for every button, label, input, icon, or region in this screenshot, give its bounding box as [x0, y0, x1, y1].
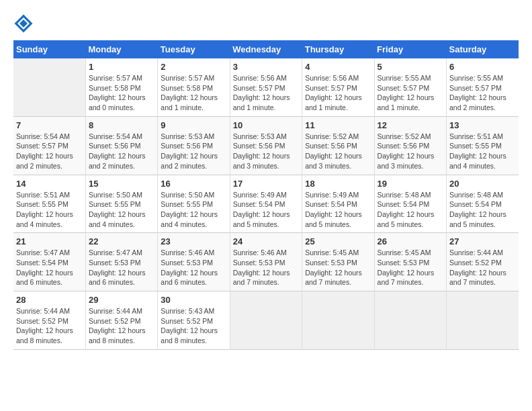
logo-icon	[13, 13, 34, 34]
calendar-cell: 7Sunrise: 5:54 AMSunset: 5:57 PMDaylight…	[13, 116, 85, 175]
calendar-cell	[230, 291, 302, 350]
calendar-week-3: 14Sunrise: 5:51 AMSunset: 5:55 PMDayligh…	[13, 175, 519, 233]
day-number: 15	[89, 179, 154, 189]
day-info: Sunrise: 5:47 AMSunset: 5:53 PMDaylight:…	[89, 248, 154, 287]
calendar-cell: 15Sunrise: 5:50 AMSunset: 5:55 PMDayligh…	[85, 175, 157, 233]
day-number: 9	[161, 120, 226, 130]
calendar-cell: 12Sunrise: 5:52 AMSunset: 5:56 PMDayligh…	[374, 116, 446, 175]
day-info: Sunrise: 5:45 AMSunset: 5:53 PMDaylight:…	[378, 248, 443, 287]
day-number: 24	[233, 236, 299, 246]
day-number: 6	[449, 62, 516, 72]
day-info: Sunrise: 5:48 AMSunset: 5:54 PMDaylight:…	[449, 190, 516, 230]
day-header-saturday: Saturday	[447, 40, 519, 58]
calendar-cell: 6Sunrise: 5:55 AMSunset: 5:57 PMDaylight…	[447, 58, 519, 116]
calendar-cell: 26Sunrise: 5:45 AMSunset: 5:53 PMDayligh…	[374, 233, 446, 291]
calendar-cell	[302, 291, 374, 350]
calendar-cell	[13, 58, 85, 116]
day-info: Sunrise: 5:47 AMSunset: 5:54 PMDaylight:…	[16, 248, 83, 287]
calendar-cell: 20Sunrise: 5:48 AMSunset: 5:54 PMDayligh…	[447, 175, 519, 233]
calendar-cell: 13Sunrise: 5:51 AMSunset: 5:55 PMDayligh…	[447, 116, 519, 175]
day-info: Sunrise: 5:46 AMSunset: 5:53 PMDaylight:…	[161, 248, 226, 287]
day-info: Sunrise: 5:49 AMSunset: 5:54 PMDaylight:…	[305, 190, 371, 230]
calendar-header-row: SundayMondayTuesdayWednesdayThursdayFrid…	[13, 40, 519, 58]
calendar-week-1: 1Sunrise: 5:57 AMSunset: 5:58 PMDaylight…	[13, 58, 519, 116]
calendar-week-2: 7Sunrise: 5:54 AMSunset: 5:57 PMDaylight…	[13, 116, 519, 175]
calendar-cell: 22Sunrise: 5:47 AMSunset: 5:53 PMDayligh…	[85, 233, 157, 291]
day-number: 19	[378, 179, 443, 189]
calendar-cell: 17Sunrise: 5:49 AMSunset: 5:54 PMDayligh…	[230, 175, 302, 233]
day-header-sunday: Sunday	[13, 40, 85, 58]
calendar-cell: 5Sunrise: 5:55 AMSunset: 5:57 PMDaylight…	[374, 58, 446, 116]
day-number: 16	[161, 179, 226, 189]
day-info: Sunrise: 5:51 AMSunset: 5:55 PMDaylight:…	[449, 132, 516, 171]
calendar-week-5: 28Sunrise: 5:44 AMSunset: 5:52 PMDayligh…	[13, 291, 519, 350]
day-header-thursday: Thursday	[302, 40, 374, 58]
day-number: 1	[89, 62, 154, 72]
day-info: Sunrise: 5:57 AMSunset: 5:58 PMDaylight:…	[89, 73, 154, 113]
day-header-friday: Friday	[374, 40, 446, 58]
day-number: 20	[449, 179, 516, 189]
calendar-cell: 24Sunrise: 5:46 AMSunset: 5:53 PMDayligh…	[230, 233, 302, 291]
day-number: 5	[378, 62, 443, 72]
calendar-cell	[374, 291, 446, 350]
day-info: Sunrise: 5:48 AMSunset: 5:54 PMDaylight:…	[378, 190, 443, 230]
day-number: 25	[305, 236, 371, 246]
day-info: Sunrise: 5:45 AMSunset: 5:53 PMDaylight:…	[305, 248, 371, 287]
day-info: Sunrise: 5:56 AMSunset: 5:57 PMDaylight:…	[305, 73, 371, 113]
calendar-cell: 9Sunrise: 5:53 AMSunset: 5:56 PMDaylight…	[158, 116, 230, 175]
day-number: 4	[305, 62, 371, 72]
calendar-cell: 1Sunrise: 5:57 AMSunset: 5:58 PMDaylight…	[85, 58, 157, 116]
calendar-cell: 16Sunrise: 5:50 AMSunset: 5:55 PMDayligh…	[158, 175, 230, 233]
day-info: Sunrise: 5:54 AMSunset: 5:57 PMDaylight:…	[16, 132, 83, 171]
calendar-cell: 23Sunrise: 5:46 AMSunset: 5:53 PMDayligh…	[158, 233, 230, 291]
day-info: Sunrise: 5:53 AMSunset: 5:56 PMDaylight:…	[161, 132, 226, 171]
page-header	[13, 13, 519, 34]
day-info: Sunrise: 5:50 AMSunset: 5:55 PMDaylight:…	[89, 190, 154, 230]
day-number: 30	[161, 295, 226, 305]
day-info: Sunrise: 5:44 AMSunset: 5:52 PMDaylight:…	[89, 306, 154, 346]
day-number: 11	[305, 120, 371, 130]
calendar-cell: 28Sunrise: 5:44 AMSunset: 5:52 PMDayligh…	[13, 291, 85, 350]
day-number: 8	[89, 120, 154, 130]
day-header-monday: Monday	[85, 40, 157, 58]
calendar-cell: 11Sunrise: 5:52 AMSunset: 5:56 PMDayligh…	[302, 116, 374, 175]
calendar-cell: 30Sunrise: 5:43 AMSunset: 5:52 PMDayligh…	[158, 291, 230, 350]
day-number: 12	[378, 120, 443, 130]
day-info: Sunrise: 5:49 AMSunset: 5:54 PMDaylight:…	[233, 190, 299, 230]
day-info: Sunrise: 5:55 AMSunset: 5:57 PMDaylight:…	[449, 73, 516, 113]
calendar-cell: 25Sunrise: 5:45 AMSunset: 5:53 PMDayligh…	[302, 233, 374, 291]
logo	[13, 13, 36, 34]
day-info: Sunrise: 5:51 AMSunset: 5:55 PMDaylight:…	[16, 190, 83, 230]
day-number: 2	[161, 62, 226, 72]
calendar-cell: 10Sunrise: 5:53 AMSunset: 5:56 PMDayligh…	[230, 116, 302, 175]
day-info: Sunrise: 5:56 AMSunset: 5:57 PMDaylight:…	[233, 73, 299, 113]
calendar-cell: 29Sunrise: 5:44 AMSunset: 5:52 PMDayligh…	[85, 291, 157, 350]
day-header-wednesday: Wednesday	[230, 40, 302, 58]
day-number: 27	[449, 236, 516, 246]
day-info: Sunrise: 5:44 AMSunset: 5:52 PMDaylight:…	[449, 248, 516, 287]
day-number: 23	[161, 236, 226, 246]
calendar-week-4: 21Sunrise: 5:47 AMSunset: 5:54 PMDayligh…	[13, 233, 519, 291]
calendar-cell: 27Sunrise: 5:44 AMSunset: 5:52 PMDayligh…	[447, 233, 519, 291]
calendar-cell: 2Sunrise: 5:57 AMSunset: 5:58 PMDaylight…	[158, 58, 230, 116]
day-number: 29	[89, 295, 154, 305]
day-number: 26	[378, 236, 443, 246]
day-number: 18	[305, 179, 371, 189]
day-info: Sunrise: 5:57 AMSunset: 5:58 PMDaylight:…	[161, 73, 226, 113]
day-number: 17	[233, 179, 299, 189]
day-number: 28	[16, 295, 83, 305]
day-number: 14	[16, 179, 83, 189]
calendar-cell	[447, 291, 519, 350]
day-info: Sunrise: 5:44 AMSunset: 5:52 PMDaylight:…	[16, 306, 83, 346]
day-info: Sunrise: 5:52 AMSunset: 5:56 PMDaylight:…	[378, 132, 443, 171]
calendar-cell: 18Sunrise: 5:49 AMSunset: 5:54 PMDayligh…	[302, 175, 374, 233]
calendar-cell: 19Sunrise: 5:48 AMSunset: 5:54 PMDayligh…	[374, 175, 446, 233]
day-number: 3	[233, 62, 299, 72]
day-info: Sunrise: 5:52 AMSunset: 5:56 PMDaylight:…	[305, 132, 371, 171]
day-number: 7	[16, 120, 83, 130]
calendar-cell: 3Sunrise: 5:56 AMSunset: 5:57 PMDaylight…	[230, 58, 302, 116]
day-number: 10	[233, 120, 299, 130]
day-number: 13	[449, 120, 516, 130]
day-number: 22	[89, 236, 154, 246]
day-info: Sunrise: 5:46 AMSunset: 5:53 PMDaylight:…	[233, 248, 299, 287]
